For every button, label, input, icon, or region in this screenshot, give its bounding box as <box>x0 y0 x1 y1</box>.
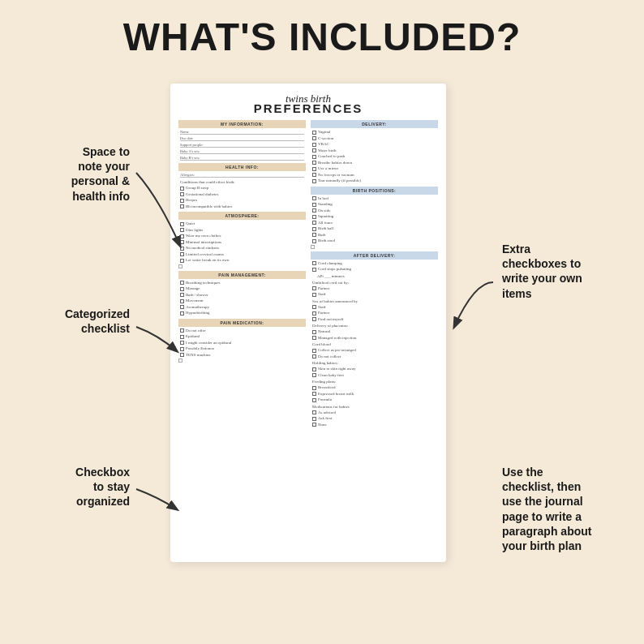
doc-left-column: MY INFORMATION: Name Due date Support pe… <box>178 118 306 428</box>
annotation-right-journal: Use the checklist, then use the journal … <box>502 465 628 553</box>
cb-quiet: Quiet <box>178 221 306 227</box>
section-my-info-header: MY INFORMATION: <box>178 120 306 128</box>
cb-none: None <box>311 423 438 428</box>
cb-breathing: Breathing techniques <box>178 281 306 286</box>
page-background: WHAT'S INCLUDED? Space to note your pers… <box>0 0 644 644</box>
cb-aromatherapy: Aromatherapy <box>178 305 306 311</box>
annotation-left-personal: Space to note your personal & health inf… <box>16 144 130 204</box>
cb-herpes: Herpes <box>178 198 306 204</box>
cb-breathe-down: Breathe babies down <box>311 161 438 166</box>
section-pain-mgmt-header: PAIN MANAGEMENT: <box>178 271 306 279</box>
cb-on-side: On side <box>311 208 438 214</box>
section-after-delivery-header: AFTER DELIVERY: <box>311 251 438 260</box>
cb-mirror: Use a mirror <box>311 166 438 172</box>
field-name: Name <box>180 130 304 135</box>
extra-cb-birth-pos <box>311 245 315 249</box>
cb-tens: TENS machine <box>178 353 306 358</box>
cb-might-epidural: I might consider an epidural <box>178 341 306 346</box>
cb-bath-shower: Bath / shower <box>178 293 306 298</box>
sex-announced-label: Sex of babies announced by <box>311 298 438 304</box>
cb-find-out: Find out myself <box>311 317 438 323</box>
cb-formula: Formula <box>311 397 438 403</box>
cb-expressed: Expressed breast milk <box>311 392 438 397</box>
cb-do-not-offer: Do not offer <box>178 328 306 334</box>
annotation-left-checkbox: Checkbox to stay organized <box>16 465 130 509</box>
feeding-label: Feeding plans: <box>311 379 438 384</box>
cb-managed-injection: Managed with injection <box>311 336 438 341</box>
cb-vbac: VBAC <box>311 142 438 148</box>
field-due-date: Due date <box>180 136 304 141</box>
cb-breastfeed: Breastfeed <box>311 385 438 391</box>
cb-own-clothes: Wear my own clothes <box>178 234 306 239</box>
cb-vaginal: Vaginal <box>311 130 438 135</box>
conditions-label: Conditions that could effect birth: <box>178 179 306 185</box>
page-title: WHAT'S INCLUDED? <box>0 0 644 67</box>
field-allergies: Allergies: <box>180 173 304 178</box>
cb-partner: Partner <box>311 286 438 292</box>
field-baby-b: Baby B's sex: <box>180 156 304 161</box>
cb-hypno: Hypnobirthing <box>178 311 306 316</box>
holding-label: Holding babies: <box>311 360 438 366</box>
cb-entonox: Possibly Entonox <box>178 346 306 352</box>
cb-skin-to-skin: Skin to skin right away <box>311 367 438 372</box>
cb-massage: Massage <box>178 286 306 292</box>
cb-movement: Movement <box>178 298 306 304</box>
extra-cb-pain-med <box>178 358 182 363</box>
cb-min-interruptions: Minimal interruptions <box>178 240 306 246</box>
apt-minutes: APt ___ minutes <box>311 273 438 279</box>
cb-dim-lights: Dim lights <box>178 228 306 234</box>
cord-blood-label: Cord blood <box>311 341 438 347</box>
cb-all-fours: All fours <box>311 221 438 226</box>
cb-clean-first: Clean baby first <box>311 373 438 379</box>
document-card: twins birth PREFERENCES MY INFORMATION: … <box>170 84 446 562</box>
cb-birth-ball: Birth ball <box>311 226 438 232</box>
umbilical-label: Umbilical cord cut by: <box>311 280 438 286</box>
cb-bath-pos: Bath <box>311 233 438 238</box>
cb-cord-stops: Cord stops pulsating <box>311 267 438 273</box>
doc-bold-title: PREFERENCES <box>178 102 438 114</box>
medications-label: Medications for babies <box>311 404 438 410</box>
cb-birth-stool: Birth stool <box>311 238 438 244</box>
content-area: Space to note your personal & health inf… <box>0 67 644 638</box>
cb-staff: Staff <box>311 292 438 298</box>
cb-no-students: No medical students <box>178 246 306 251</box>
cb-epidural: Epidural <box>178 334 306 340</box>
cb-as-advised: As advised <box>311 410 438 416</box>
section-atmosphere-header: ATMOSPHERE: <box>178 212 306 220</box>
cb-gest-diabetes: Gestational diabetes <box>178 192 306 198</box>
section-pain-med-header: PAIN MEDICATION: <box>178 319 306 327</box>
annotation-right-extra: Extra checkboxes to write your own items <box>502 242 628 301</box>
cb-in-bed: In bed <box>311 196 438 202</box>
delivery-placentas: Delivery of placentas: <box>311 323 438 328</box>
cb-partner-2: Partner <box>311 311 438 316</box>
cb-do-not-collect: Do not collect <box>311 354 438 360</box>
cb-collect-pre: Collect as pre-arranged <box>311 348 438 354</box>
cb-squatting: Squatting <box>311 214 438 220</box>
doc-right-column: DELIVERY: Vaginal C-section VBAC Water b… <box>311 118 438 428</box>
cb-water-birth: Water birth <box>311 148 438 154</box>
section-delivery-header: DELIVERY: <box>311 120 438 128</box>
cb-standing: Standing <box>311 202 438 208</box>
doc-columns: MY INFORMATION: Name Due date Support pe… <box>178 118 438 428</box>
doc-header: twins birth PREFERENCES <box>178 93 438 114</box>
cb-coached-push: Coached to push <box>311 154 438 160</box>
cb-natural: Natural <box>311 329 438 335</box>
section-birth-pos-header: BIRTH POSITIONS: <box>311 187 438 195</box>
field-baby-a: Baby A's sex: <box>180 149 304 154</box>
cb-staff-2: Staff <box>311 305 438 311</box>
cb-no-forceps: No forceps or vacuum <box>311 173 438 178</box>
extra-cb-atmosphere <box>178 264 182 268</box>
cb-limited-cervical: Limited cervical exams <box>178 252 306 258</box>
cb-rh: Rh incompatible with babies <box>178 204 306 210</box>
field-support: Support people: <box>180 143 304 148</box>
section-health-header: HEALTH INFO: <box>178 163 306 171</box>
annotation-left-checklist: Categorized checklist <box>16 307 130 336</box>
cb-tear-natural: Tear naturally (if possible) <box>311 178 438 184</box>
cb-csection: C-section <box>311 136 438 142</box>
cb-ask-first: Ask first <box>311 416 438 422</box>
cb-cord-clamping: Cord clamping <box>311 261 438 267</box>
cb-water-break: Let water break on its own <box>178 258 306 264</box>
cb-group-b: Group B strep <box>178 186 306 191</box>
